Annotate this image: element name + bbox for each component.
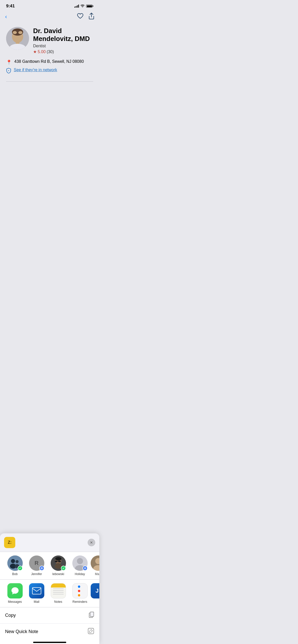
doctor-specialty: Dentist xyxy=(33,44,93,48)
avatar xyxy=(6,27,29,50)
nav-actions xyxy=(77,13,94,21)
doctor-rating: ★ 5.00 (30) xyxy=(33,49,93,54)
status-icons xyxy=(74,5,93,8)
signal-icon xyxy=(74,5,79,8)
rating-count: (30) xyxy=(47,50,54,54)
back-button[interactable]: ‹ xyxy=(5,13,7,20)
network-shield-icon: + xyxy=(6,68,11,75)
battery-icon xyxy=(86,5,93,8)
svg-text:+: + xyxy=(8,69,9,72)
svg-point-4 xyxy=(18,31,22,34)
favorite-button[interactable] xyxy=(77,13,84,21)
svg-point-3 xyxy=(13,31,17,34)
rating-star: ★ xyxy=(33,49,37,54)
location-icon: 📍 xyxy=(6,60,12,65)
address-row: 📍 438 Ganttown Rd B, Sewell, NJ 08080 xyxy=(6,59,93,65)
doctor-name: Dr. David Mendelovitz, DMD xyxy=(33,27,93,43)
status-bar: 9:41 xyxy=(0,0,99,11)
network-row[interactable]: + See if they're in network xyxy=(6,68,93,75)
doctor-face-svg xyxy=(6,27,29,50)
wifi-icon xyxy=(80,5,85,8)
nav-bar: ‹ xyxy=(0,11,99,23)
profile-section: Dr. David Mendelovitz, DMD Dentist ★ 5.0… xyxy=(0,23,99,59)
doctor-info: Dr. David Mendelovitz, DMD Dentist ★ 5.0… xyxy=(33,27,93,54)
rating-value: 5.00 xyxy=(38,50,46,54)
separator xyxy=(6,81,93,82)
share-button[interactable] xyxy=(89,13,94,21)
status-time: 9:41 xyxy=(6,4,15,9)
address-text: 438 Ganttown Rd B, Sewell, NJ 08080 xyxy=(14,59,84,64)
info-section: 📍 438 Ganttown Rd B, Sewell, NJ 08080 + … xyxy=(0,59,99,81)
network-link[interactable]: See if they're in network xyxy=(14,68,57,72)
